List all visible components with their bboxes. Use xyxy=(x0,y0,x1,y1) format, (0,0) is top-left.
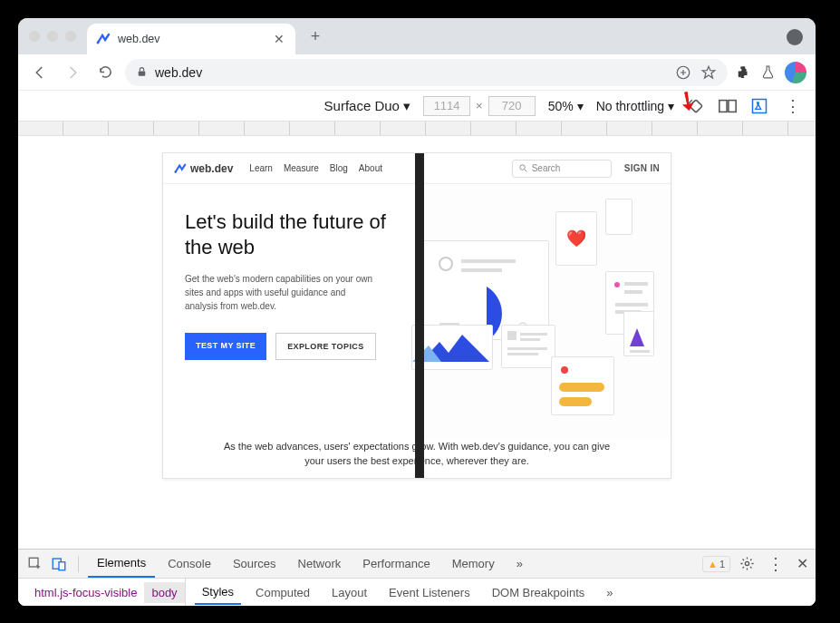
forward-button[interactable] xyxy=(60,60,85,85)
experiments-icon[interactable] xyxy=(750,97,768,115)
styles-tabbar: Styles Computed Layout Event Listeners D… xyxy=(185,579,816,606)
tab-computed[interactable]: Computed xyxy=(248,581,317,604)
favicon-icon xyxy=(96,32,111,46)
device-viewport: web.dev Learn Measure Blog About Search … xyxy=(18,136,816,549)
device-select[interactable]: Surface Duo ▾ xyxy=(324,98,411,114)
new-tab-button[interactable]: + xyxy=(303,24,328,49)
svg-rect-25 xyxy=(507,353,538,355)
svg-point-34 xyxy=(745,561,748,565)
tab-strip: web.dev ✕ + xyxy=(18,18,816,54)
flask-icon[interactable] xyxy=(760,64,776,80)
svg-point-7 xyxy=(175,170,177,172)
site-brand: web.dev xyxy=(190,162,233,175)
nav-blog[interactable]: Blog xyxy=(330,163,348,173)
hero-left: Let's build the future of the web Get th… xyxy=(163,184,415,438)
crumb-html[interactable]: html.js-focus-visible xyxy=(27,582,144,603)
hero-subtitle: Get the web's modern capabilities on you… xyxy=(185,272,375,313)
dual-screen-icon[interactable] xyxy=(718,97,738,115)
reload-button[interactable] xyxy=(92,60,118,85)
svg-rect-16 xyxy=(624,290,642,294)
tab-close-icon[interactable]: ✕ xyxy=(272,32,286,46)
inspect-icon[interactable] xyxy=(25,554,45,574)
device-hinge xyxy=(415,153,424,478)
svg-rect-11 xyxy=(461,268,502,272)
hero-title: Let's build the future of the web xyxy=(185,209,393,259)
search-placeholder: Search xyxy=(532,163,561,173)
test-site-button[interactable]: TEST MY SITE xyxy=(185,333,266,360)
window-minimize-icon[interactable] xyxy=(47,31,58,42)
tab-styles[interactable]: Styles xyxy=(195,580,241,605)
extension-icons xyxy=(735,62,806,83)
svg-rect-5 xyxy=(729,100,736,112)
extensions-icon[interactable] xyxy=(735,64,751,81)
warning-count: 1 xyxy=(719,559,725,569)
browser-tab[interactable]: web.dev ✕ xyxy=(87,24,295,54)
tab-sources[interactable]: Sources xyxy=(224,550,285,577)
devtools-close-icon[interactable]: ✕ xyxy=(797,555,808,572)
device-more-icon[interactable]: ⋮ xyxy=(781,96,805,116)
svg-point-26 xyxy=(561,366,568,374)
svg-rect-1 xyxy=(139,71,146,75)
styles-overflow[interactable]: » xyxy=(599,581,620,604)
address-bar[interactable]: web.dev xyxy=(125,59,728,86)
zoom-plus-icon[interactable] xyxy=(675,64,691,81)
tabs-overflow[interactable]: » xyxy=(507,550,532,577)
dimension-separator: × xyxy=(476,99,483,112)
svg-point-9 xyxy=(439,258,452,270)
device-toggle-icon[interactable] xyxy=(49,554,69,574)
tab-performance[interactable]: Performance xyxy=(353,550,439,577)
window-zoom-icon[interactable] xyxy=(65,31,76,42)
tab-memory[interactable]: Memory xyxy=(443,550,504,577)
svg-rect-15 xyxy=(624,282,648,286)
devtools-more-icon[interactable]: ⋮ xyxy=(764,554,787,574)
svg-point-14 xyxy=(614,282,620,287)
browser-window: web.dev ✕ + web.dev xyxy=(18,18,816,606)
throttling-select[interactable]: No throttling ▾ xyxy=(596,99,674,113)
hero-illustration: ❤️ xyxy=(415,184,671,438)
nav-learn[interactable]: Learn xyxy=(249,163,273,173)
svg-rect-17 xyxy=(615,303,648,307)
svg-rect-21 xyxy=(507,331,517,340)
profile-dot-icon[interactable] xyxy=(787,29,803,45)
url-text: web.dev xyxy=(155,65,202,80)
width-input[interactable] xyxy=(423,96,470,116)
crumb-body[interactable]: body xyxy=(144,582,184,603)
explore-topics-button[interactable]: EXPLORE TOPICS xyxy=(275,333,375,360)
devtools-tabbar: Elements Console Sources Network Perform… xyxy=(18,550,816,579)
tab-network[interactable]: Network xyxy=(289,550,351,577)
warning-icon: ▲ xyxy=(708,559,718,569)
tab-title: web.dev xyxy=(118,33,272,45)
nav-measure[interactable]: Measure xyxy=(284,163,319,173)
svg-rect-27 xyxy=(559,383,604,392)
warning-badge[interactable]: ▲1 xyxy=(702,556,730,572)
svg-rect-30 xyxy=(630,350,650,353)
height-input[interactable] xyxy=(488,96,536,116)
svg-point-0 xyxy=(97,42,100,44)
devtools-subbar: html.js-focus-visible body Styles Comput… xyxy=(18,579,816,606)
site-search[interactable]: Search xyxy=(512,160,612,178)
elements-breadcrumb: html.js-focus-visible body xyxy=(18,579,185,606)
lock-icon xyxy=(136,66,148,78)
svg-point-8 xyxy=(520,165,526,170)
device-frame: web.dev Learn Measure Blog About Search … xyxy=(162,152,671,479)
tab-console[interactable]: Console xyxy=(159,550,220,577)
tab-event-listeners[interactable]: Event Listeners xyxy=(381,581,478,604)
tab-elements[interactable]: Elements xyxy=(88,550,155,578)
svg-rect-23 xyxy=(520,338,540,341)
avatar-icon[interactable] xyxy=(785,62,806,83)
site-nav: Learn Measure Blog About xyxy=(249,163,382,173)
bookmark-star-icon[interactable] xyxy=(700,64,717,81)
settings-icon[interactable] xyxy=(739,556,755,571)
browser-toolbar: web.dev xyxy=(18,54,816,91)
window-close-icon[interactable] xyxy=(29,31,40,42)
back-button[interactable] xyxy=(27,60,53,85)
nav-about[interactable]: About xyxy=(359,163,382,173)
tab-dom-breakpoints[interactable]: DOM Breakpoints xyxy=(485,581,593,604)
ruler xyxy=(18,122,816,136)
signin-link[interactable]: SIGN IN xyxy=(624,163,660,173)
zoom-select[interactable]: 50% ▾ xyxy=(548,99,584,113)
site-logo[interactable]: web.dev xyxy=(174,162,233,175)
tab-layout[interactable]: Layout xyxy=(324,581,374,604)
svg-rect-10 xyxy=(461,259,516,263)
svg-rect-28 xyxy=(559,397,592,406)
